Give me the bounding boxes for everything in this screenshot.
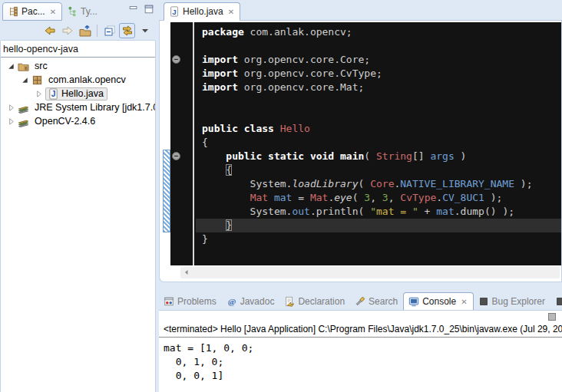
tab-ty[interactable]: Ty... — [62, 3, 103, 20]
bug-explorer-icon — [478, 296, 489, 307]
code-line: { — [196, 136, 561, 150]
tree-item-com-anlak-opencv[interactable]: com.anlak.opencv — [1, 73, 155, 87]
fold-gutter[interactable]: −− — [170, 22, 194, 265]
package-icon — [31, 74, 43, 86]
code-line: } — [196, 232, 561, 246]
expanded-expander-icon[interactable] — [21, 76, 29, 84]
tab-label: Javadoc — [240, 296, 275, 307]
code-line: { — [196, 163, 561, 177]
collapse-all-icon[interactable] — [101, 23, 117, 38]
tab-label: Problems — [177, 296, 217, 307]
svg-text:J: J — [172, 8, 176, 16]
console-output[interactable]: mat = [1, 0, 0; 0, 1, 0; 0, 0, 1] — [159, 338, 562, 383]
scroll-left-arrow-icon[interactable] — [180, 268, 191, 278]
javadoc-icon: @ — [226, 296, 237, 307]
console-toolbar-icon[interactable] — [548, 313, 556, 321]
code-line: import org.opencv.core.Core; — [196, 53, 561, 67]
bottom-tabbar: Problems@JavadocDeclarationSearchConsole… — [159, 290, 562, 311]
code-line: package com.anlak.opencv; — [196, 25, 561, 39]
expanded-expander-icon[interactable] — [7, 62, 15, 71]
tree-item-hello-java[interactable]: JHello.java — [1, 87, 155, 100]
code-line — [196, 94, 561, 108]
tree-item-label: src — [31, 60, 51, 72]
range-indicator — [163, 150, 170, 232]
tab-declaration[interactable]: Declaration — [279, 293, 350, 310]
console-output-line: 0, 1, 0; — [164, 355, 562, 369]
maximize-icon[interactable] — [144, 4, 154, 15]
tab-label: Search — [369, 296, 398, 307]
declaration-icon — [284, 296, 295, 307]
editor-tabbar: JHello.java✕ — [159, 0, 562, 21]
tab-bug[interactable]: Bug — [550, 293, 562, 310]
close-icon[interactable]: ✕ — [228, 8, 234, 16]
search-icon — [355, 296, 365, 307]
tab-hello-java[interactable]: JHello.java✕ — [164, 2, 240, 21]
fold-marker-icon[interactable]: − — [172, 152, 180, 160]
tree-item-label: JRE System Library [jdk1.7.0 — [31, 101, 156, 114]
code-line — [196, 108, 561, 122]
tree-item-src[interactable]: src — [1, 59, 155, 73]
tab-javadoc[interactable]: @Javadoc — [222, 293, 280, 310]
java-file-icon: J — [169, 6, 180, 17]
tree-item-label: OpenCV-2.4.6 — [31, 115, 98, 127]
package-explorer-icon — [8, 6, 18, 17]
up-folder-icon[interactable] — [77, 23, 93, 38]
tab-label: Declaration — [298, 296, 345, 307]
tree-item-jre-system-library-jdk1-7-0[interactable]: JRE System Library [jdk1.7.0 — [1, 100, 155, 114]
horizontal-scrollbar[interactable] — [180, 267, 560, 278]
annotation-ruler[interactable] — [163, 22, 170, 265]
minimize-icon[interactable] — [128, 4, 139, 15]
project-tree: srccom.anlak.opencvJHello.javaJRE System… — [1, 58, 155, 128]
forward-arrow-icon[interactable] — [59, 23, 75, 38]
console-output-line: 0, 0, 1] — [164, 369, 562, 383]
link-with-editor-icon[interactable] — [119, 23, 135, 38]
library-icon — [18, 102, 29, 114]
code-line: Mat mat = Mat.eye( 3, 3, CvType.CV_8UC1 … — [196, 191, 561, 205]
tab-search[interactable]: Search — [350, 293, 403, 310]
fold-marker-icon[interactable]: − — [172, 55, 180, 64]
editor-body: −− package com.anlak.opencv;import org.o… — [163, 22, 561, 265]
back-arrow-icon[interactable] — [41, 23, 58, 38]
collapsed-expander-icon[interactable] — [35, 90, 43, 98]
code-line: import org.opencv.core.CvType; — [196, 67, 561, 81]
console-view: <terminated> Hello [Java Application] C:… — [159, 311, 562, 392]
tree-item-label: com.anlak.opencv — [45, 74, 129, 86]
close-icon[interactable]: ✕ — [50, 8, 56, 16]
code-editor[interactable]: package com.anlak.opencv;import org.open… — [196, 22, 561, 265]
java-file-icon: J — [48, 88, 59, 100]
toolbar-separator — [97, 25, 98, 37]
tab-label: Ty... — [81, 6, 98, 17]
tab-label: Bug Explorer — [492, 296, 545, 307]
code-line: System.loadLibrary( Core.NATIVE_LIBRARY_… — [196, 177, 561, 191]
console-status-line: <terminated> Hello [Java Application] C:… — [159, 323, 562, 337]
console-output-line: mat = [1, 0, 0; — [164, 341, 562, 355]
tab-pac[interactable]: Pac...✕ — [2, 2, 62, 21]
type-hierarchy-icon — [67, 6, 78, 17]
tab-label: Console — [422, 296, 456, 307]
view-window-buttons — [128, 4, 154, 15]
source-folder-icon — [18, 61, 29, 72]
collapsed-expander-icon[interactable] — [7, 117, 15, 126]
editor-frame: −− package com.anlak.opencv;import org.o… — [159, 21, 562, 282]
close-icon[interactable]: ✕ — [461, 298, 467, 306]
tree-item-label: Hello.java — [61, 88, 104, 99]
code-line: import org.opencv.core.Mat; — [196, 81, 561, 94]
tab-console[interactable]: Console✕ — [403, 292, 473, 311]
view-menu-icon[interactable] — [137, 23, 153, 38]
code-line: } — [196, 219, 561, 232]
tab-label: Pac... — [21, 6, 45, 17]
eclipse-window: Pac...✕Ty... hello-opencv-java srccom.an… — [0, 0, 562, 392]
collapsed-expander-icon[interactable] — [7, 104, 15, 112]
package-explorer-toolbar — [0, 21, 157, 40]
bug-explorer-icon — [555, 296, 562, 307]
tab-bug-explorer[interactable]: Bug Explorer — [474, 293, 550, 310]
code-line: public class Hello — [196, 122, 561, 136]
editor-group: JHello.java✕ −− package com.anlak.opencv… — [159, 0, 562, 285]
code-line — [196, 39, 561, 53]
project-label[interactable]: hello-opencv-java — [1, 41, 155, 57]
code-line: public static void main( String[] args ) — [196, 150, 561, 163]
console-icon — [408, 296, 419, 307]
tab-problems[interactable]: Problems — [159, 293, 222, 310]
tree-item-opencv-2-4-6[interactable]: OpenCV-2.4.6 — [1, 114, 155, 128]
bottom-panel: Problems@JavadocDeclarationSearchConsole… — [159, 290, 562, 392]
